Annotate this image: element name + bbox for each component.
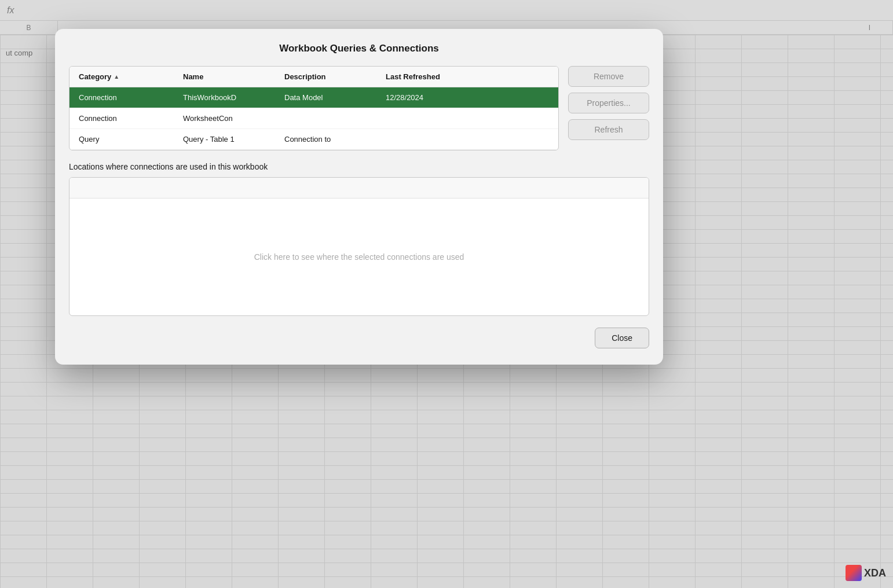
col-header-name: Name <box>178 67 280 87</box>
row1-last-refreshed: 12/28/2024 <box>381 87 480 108</box>
close-row: Close <box>69 328 649 348</box>
properties-button[interactable]: Properties... <box>568 93 649 113</box>
row2-name: WorksheetCon <box>178 108 280 128</box>
buttons-panel: Remove Properties... Refresh <box>568 66 649 150</box>
locations-empty-text[interactable]: Click here to see where the selected con… <box>69 199 649 315</box>
col-header-category: Category ▲ <box>74 67 178 87</box>
row3-description: Connection to <box>280 129 381 149</box>
table-row[interactable]: Query Query - Table 1 Connection to <box>69 129 558 150</box>
dialog-workbook-queries: Workbook Queries & Connections Category … <box>55 29 663 365</box>
remove-button[interactable]: Remove <box>568 66 649 87</box>
close-button[interactable]: Close <box>595 328 649 348</box>
dialog-body: Category ▲ Name Description Last Refresh… <box>69 66 649 150</box>
xda-logo-icon <box>846 565 862 581</box>
locations-section: Locations where connections are used in … <box>69 162 649 316</box>
col-header-description: Description <box>280 67 381 87</box>
row2-last-refreshed <box>381 108 480 128</box>
row3-name: Query - Table 1 <box>178 129 280 149</box>
row1-category: Connection <box>74 87 178 108</box>
xda-watermark: XDA <box>846 565 886 581</box>
sort-arrow-icon: ▲ <box>114 74 119 80</box>
locations-header-bar <box>69 178 649 199</box>
xda-text: XDA <box>864 567 886 579</box>
row1-name: ThisWorkbookD <box>178 87 280 108</box>
row2-description <box>280 108 381 128</box>
row3-last-refreshed <box>381 129 480 149</box>
locations-label: Locations where connections are used in … <box>69 162 649 171</box>
table-row[interactable]: Connection ThisWorkbookD Data Model 12/2… <box>69 87 558 108</box>
col-header-last-refreshed: Last Refreshed <box>381 67 480 87</box>
table-header: Category ▲ Name Description Last Refresh… <box>69 67 558 87</box>
locations-box[interactable]: Click here to see where the selected con… <box>69 177 649 316</box>
row1-description: Data Model <box>280 87 381 108</box>
refresh-button[interactable]: Refresh <box>568 119 649 140</box>
dialog-title: Workbook Queries & Connections <box>69 43 649 54</box>
row3-category: Query <box>74 129 178 149</box>
connections-table[interactable]: Category ▲ Name Description Last Refresh… <box>69 66 559 150</box>
table-row[interactable]: Connection WorksheetCon <box>69 108 558 129</box>
row2-category: Connection <box>74 108 178 128</box>
